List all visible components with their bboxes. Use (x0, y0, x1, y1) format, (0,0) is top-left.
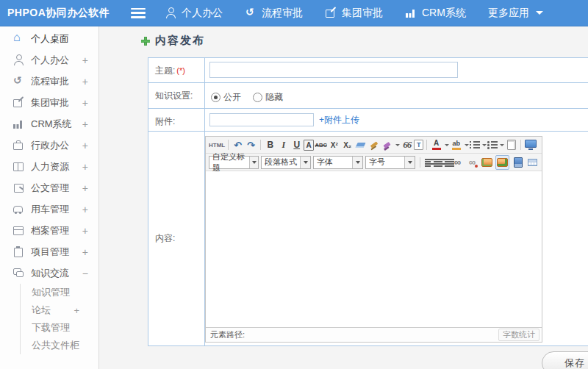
word-count-button[interactable]: 字数统计 (498, 329, 539, 341)
caret-down-icon[interactable] (482, 144, 487, 146)
sidebar-item-label: 个人办公 (31, 54, 82, 67)
topnav-item-crm[interactable]: CRM系统 (405, 7, 466, 20)
align-justify-icon[interactable] (445, 158, 449, 167)
insert-media-icon[interactable] (512, 156, 524, 169)
editor-content-area[interactable] (206, 171, 542, 327)
expand-indicator[interactable]: + (82, 54, 88, 66)
sidebar-subitem-knowledge-mgmt[interactable]: 知识管理 (21, 284, 98, 301)
expand-indicator[interactable]: + (82, 204, 88, 215)
new-document-icon[interactable] (505, 138, 517, 151)
strikethrough-icon[interactable]: ABC (315, 138, 327, 151)
unordered-list-icon[interactable] (487, 140, 498, 149)
topnav-item-label: 个人办公 (182, 7, 223, 20)
insert-table-icon[interactable] (526, 156, 539, 169)
remove-format-eraser-icon[interactable] (354, 138, 367, 151)
topnav-item-label: 流程审批 (262, 7, 303, 20)
font-size-select[interactable]: 字号 (365, 156, 415, 169)
insert-image-icon[interactable] (481, 156, 493, 169)
sidebar-item-personal-office[interactable]: 个人办公 + (0, 49, 98, 71)
paste-as-text-icon[interactable]: T (414, 140, 423, 150)
sidebar-item-workflow-approval[interactable]: 流程审批 + (0, 71, 98, 92)
radio-public[interactable] (211, 93, 220, 102)
toolbar-separator (426, 140, 427, 150)
link-icon[interactable] (451, 156, 464, 169)
topnav-item-workflow-approval[interactable]: 流程审批 (245, 7, 303, 20)
radio-public-label[interactable]: 公开 (223, 91, 241, 104)
home-icon (12, 33, 24, 44)
subscript-icon[interactable]: X₂ (341, 138, 354, 151)
sidebar-item-projects[interactable]: 项目管理 + (0, 241, 98, 262)
sidebar-item-knowledge-exchange[interactable]: 知识交流 − (0, 262, 98, 284)
radio-hidden-label[interactable]: 隐藏 (265, 91, 283, 104)
fullscreen-icon[interactable] (524, 138, 537, 151)
heading-select[interactable]: 自定义标题 (209, 156, 259, 169)
expand-indicator[interactable]: + (82, 97, 88, 109)
paint-format-icon[interactable] (381, 138, 393, 151)
subject-input[interactable] (209, 62, 458, 78)
font-family-select[interactable]: 字体 (313, 156, 363, 169)
expand-indicator[interactable]: + (74, 305, 79, 316)
person-icon (12, 54, 24, 65)
ordered-list-icon[interactable] (470, 140, 480, 149)
underline-icon[interactable]: U (290, 138, 303, 151)
align-right-icon[interactable] (438, 158, 442, 167)
superscript-icon[interactable]: X² (328, 138, 340, 151)
font-color-icon[interactable]: A (430, 138, 442, 151)
sidebar-item-vehicle[interactable]: 用车管理 + (0, 198, 98, 220)
expand-indicator[interactable]: + (82, 161, 88, 173)
radio-hidden[interactable] (253, 93, 262, 102)
topnav-item-personal-office[interactable]: 个人办公 (165, 7, 223, 20)
caret-down-icon[interactable] (465, 144, 469, 146)
sidebar-item-hr[interactable]: 人力资源 + (0, 156, 98, 177)
sidebar-submenu-knowledge: 知识管理 论坛 + 下载管理 公共文件柜 (20, 284, 98, 354)
redo-icon[interactable] (245, 138, 257, 151)
save-button[interactable]: 保存 (542, 351, 588, 369)
undo-icon[interactable] (232, 138, 244, 151)
collapse-indicator[interactable]: − (82, 268, 88, 279)
expand-indicator[interactable]: + (82, 225, 88, 237)
sidebar-item-official-docs[interactable]: 公文管理 + (0, 177, 98, 198)
caret-down-icon[interactable] (395, 144, 400, 146)
attachment-input[interactable] (209, 113, 314, 126)
sidebar-item-label: 人力资源 (31, 160, 82, 173)
paragraph-format-select[interactable]: 段落格式 (261, 156, 311, 169)
sidebar-item-crm[interactable]: CRM系统 + (0, 113, 98, 135)
blockquote-icon[interactable]: 66 (401, 138, 413, 151)
format-brush-icon[interactable] (368, 138, 380, 151)
font-style-icon[interactable]: A (304, 140, 314, 151)
upload-image-icon[interactable] (495, 155, 509, 170)
attachment-upload-link[interactable]: +附件上传 (319, 115, 359, 125)
sidebar-item-label: 行政办公 (31, 139, 82, 152)
bold-icon[interactable]: B (264, 138, 276, 151)
unlink-icon[interactable] (466, 156, 478, 169)
sidebar-subitem-download-mgmt[interactable]: 下载管理 (21, 319, 98, 337)
sidebar-item-personal-desktop[interactable]: 个人桌面 (0, 28, 98, 49)
sidebar-item-group-approval[interactable]: 集团审批 + (0, 92, 98, 113)
sidebar-item-records[interactable]: 档案管理 + (0, 220, 98, 241)
sidebar-item-label: 个人桌面 (31, 32, 88, 46)
page-title-row: 内容发布 (141, 34, 205, 48)
sidebar-item-admin-office[interactable]: 行政办公 + (0, 135, 98, 156)
sidebar-subitem-public-cabinet[interactable]: 公共文件柜 (21, 337, 98, 354)
menu-toggle-icon[interactable] (131, 8, 146, 18)
expand-indicator[interactable]: + (82, 182, 88, 194)
topnav-item-group-approval[interactable]: 集团审批 (325, 7, 383, 20)
expand-indicator[interactable]: + (82, 140, 88, 151)
expand-indicator[interactable]: + (82, 76, 88, 87)
expand-indicator[interactable]: + (82, 246, 88, 258)
topnav-item-more-apps[interactable]: 更多应用 (488, 7, 543, 20)
caret-down-icon[interactable] (500, 144, 504, 146)
car-icon (12, 204, 24, 215)
caret-down-icon (536, 11, 543, 15)
sidebar-item-label: 项目管理 (31, 246, 82, 259)
expand-indicator[interactable]: + (82, 118, 88, 130)
highlight-color-icon[interactable]: ab (450, 138, 462, 151)
caret-down-icon[interactable] (445, 144, 449, 146)
sidebar-subitem-forum[interactable]: 论坛 + (21, 301, 98, 319)
align-left-icon[interactable] (425, 158, 429, 167)
html-source-button[interactable]: HTML (209, 138, 225, 151)
content-label: 内容: (148, 132, 205, 345)
italic-icon[interactable]: I (277, 138, 290, 151)
align-center-icon[interactable] (431, 158, 436, 167)
sidebar: 个人桌面 个人办公 + 流程审批 + 集团审批 + CRM系统 + 行政办公 +… (0, 26, 99, 369)
